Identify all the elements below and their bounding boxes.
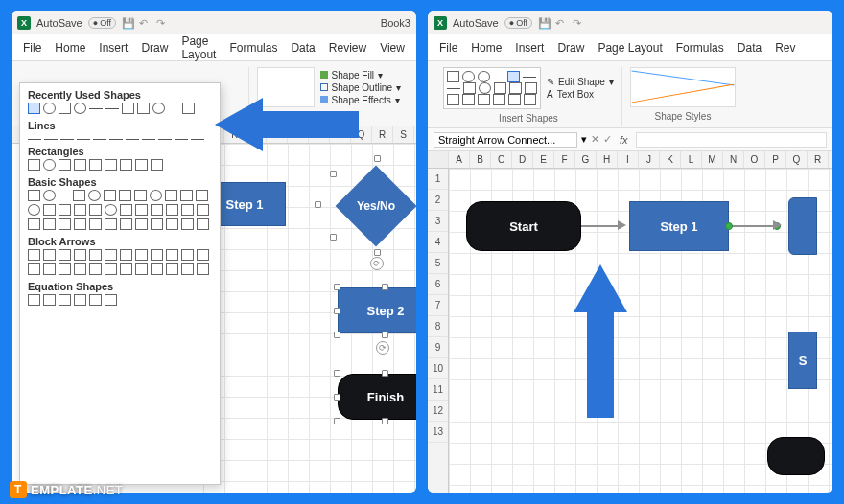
rotate-handle-icon[interactable]: ⟳ <box>370 257 384 270</box>
shapes-row-lines[interactable] <box>28 133 212 140</box>
text-box-icon: A <box>547 89 553 100</box>
tab-draw[interactable]: Draw <box>141 41 168 55</box>
group-shape-styles: Shape Styles <box>622 67 743 126</box>
shapes-heading-block: Block Arrows <box>28 236 212 247</box>
shapes-row-basic[interactable] <box>28 190 212 230</box>
tab-file[interactable]: File <box>23 41 41 55</box>
excel-icon: X <box>434 16 447 30</box>
shapes-row-rectangles[interactable] <box>28 159 212 171</box>
shapes-row-equation[interactable] <box>28 294 212 306</box>
tab-draw[interactable]: Draw <box>557 41 584 55</box>
titlebar: X AutoSave ●Off 💾 ↶ ↷ <box>428 11 832 34</box>
tab-page-layout[interactable]: Page Layout <box>181 34 216 61</box>
pointer-arrow-up <box>574 264 627 418</box>
flow-s-partial[interactable]: S <box>788 332 817 389</box>
svg-marker-0 <box>215 98 359 151</box>
autosave-toggle[interactable]: ●Off <box>504 17 532 29</box>
shapes-heading-lines: Lines <box>28 120 212 131</box>
tab-formulas[interactable]: Formulas <box>676 41 724 55</box>
tab-formulas[interactable]: Formulas <box>229 41 277 55</box>
shapes-row-block[interactable] <box>28 249 212 275</box>
redo-icon[interactable]: ↷ <box>573 17 584 29</box>
edit-shape-button[interactable]: ✎Edit Shape ▾ <box>547 76 614 88</box>
shapes-heading-rectangles: Rectangles <box>28 146 212 157</box>
undo-icon[interactable]: ↶ <box>139 17 151 29</box>
shapes-heading-equation: Equation Shapes <box>28 281 212 292</box>
flow-step2[interactable]: Step 2 <box>338 287 416 333</box>
tab-review[interactable]: Review <box>329 41 366 55</box>
watermark: T EMPLATE.NET <box>10 481 123 498</box>
chevron-down-icon: ▾ <box>609 77 614 87</box>
flow-start[interactable]: Start <box>466 201 581 251</box>
connector-selected[interactable] <box>729 225 777 227</box>
edit-shape-icon: ✎ <box>547 77 554 87</box>
autosave-label: AutoSave <box>36 17 82 29</box>
tab-page-layout[interactable]: Page Layout <box>598 41 662 55</box>
group-insert-shapes: ✎Edit Shape ▾ AText Box Insert Shapes <box>435 67 622 126</box>
workbook-title: Book3 <box>381 17 410 29</box>
rotate-handle-icon[interactable]: ⟳ <box>376 341 389 355</box>
shapes-row-recent[interactable] <box>28 103 212 114</box>
undo-icon[interactable]: ↶ <box>555 17 567 29</box>
ribbon-tabs: File Home Insert Draw Page Layout Formul… <box>12 34 416 61</box>
flow-next-partial[interactable] <box>788 197 817 255</box>
tab-home[interactable]: Home <box>471 41 502 55</box>
ribbon-tabs: File Home Insert Draw Page Layout Formul… <box>428 34 832 61</box>
titlebar: X AutoSave ●Off 💾 ↶ ↷ Book3 <box>12 11 416 34</box>
spreadsheet-right[interactable]: ABCDEFGHIJKLMNOPQR 12345678910111213 Sta… <box>428 151 832 493</box>
ribbon: ✎Edit Shape ▾ AText Box Insert Shapes Sh… <box>428 61 832 128</box>
excel-icon: X <box>17 16 31 30</box>
formula-input[interactable] <box>636 132 827 148</box>
flow-bottom-partial[interactable] <box>767 437 825 475</box>
group-label-shape-styles: Shape Styles <box>654 111 711 122</box>
save-icon[interactable]: 💾 <box>538 17 550 29</box>
tab-review[interactable]: Rev <box>775 41 795 55</box>
tab-view[interactable]: View <box>380 41 405 55</box>
arrowhead-icon <box>773 220 782 230</box>
arrowhead-icon <box>618 220 626 230</box>
cancel-icon[interactable]: ✕ <box>591 133 599 146</box>
shapes-gallery[interactable] <box>443 67 541 109</box>
connection-handle[interactable] <box>725 222 733 230</box>
fx-label[interactable]: fx <box>616 134 632 146</box>
connector[interactable] <box>581 225 620 227</box>
panel-right: X AutoSave ●Off 💾 ↶ ↷ File Home Insert D… <box>428 11 832 493</box>
chevron-down-icon: ▾ <box>396 82 401 93</box>
group-label-insert-shapes: Insert Shapes <box>499 113 558 124</box>
column-headers: ABCDEFGHIJKLMNOPQR <box>428 151 832 169</box>
shapes-heading-recent: Recently Used Shapes <box>28 89 212 101</box>
styles-gallery[interactable] <box>630 67 736 107</box>
chevron-down-icon[interactable]: ▾ <box>581 133 587 146</box>
text-box-button[interactable]: AText Box <box>547 88 614 101</box>
chevron-down-icon: ▾ <box>395 95 400 105</box>
watermark-logo-icon: T <box>10 481 27 498</box>
panel-left: X AutoSave ●Off 💾 ↶ ↷ Book3 File Home In… <box>12 11 416 493</box>
pointer-arrow-left <box>215 98 359 151</box>
tab-file[interactable]: File <box>439 41 457 55</box>
formula-bar: Straight Arrow Connect... ▾ ✕ ✓ fx <box>428 128 832 151</box>
tab-data[interactable]: Data <box>738 41 762 55</box>
name-box[interactable]: Straight Arrow Connect... <box>434 132 577 148</box>
tab-home[interactable]: Home <box>55 41 85 55</box>
shapes-dropdown[interactable]: Recently Used Shapes Lines Rectangles Ba… <box>19 82 221 485</box>
autosave-label: AutoSave <box>453 17 499 29</box>
redo-icon[interactable]: ↷ <box>156 17 168 29</box>
flow-step1[interactable]: Step 1 <box>629 201 729 251</box>
flow-finish[interactable]: Finish <box>338 374 416 420</box>
shapes-heading-basic: Basic Shapes <box>28 176 212 188</box>
tab-insert[interactable]: Insert <box>99 41 128 55</box>
save-icon[interactable]: 💾 <box>122 17 133 29</box>
autosave-toggle[interactable]: ●Off <box>88 17 116 29</box>
shape-fill-button[interactable]: Shape Fill ▾ <box>320 69 401 81</box>
chevron-down-icon: ▾ <box>378 70 383 80</box>
svg-marker-1 <box>574 264 627 418</box>
shape-outline-button[interactable]: Shape Outline ▾ <box>320 81 401 94</box>
confirm-icon[interactable]: ✓ <box>603 133 612 146</box>
tab-data[interactable]: Data <box>291 41 315 55</box>
row-headers: 12345678910111213 <box>428 169 449 493</box>
tab-insert[interactable]: Insert <box>515 41 544 55</box>
